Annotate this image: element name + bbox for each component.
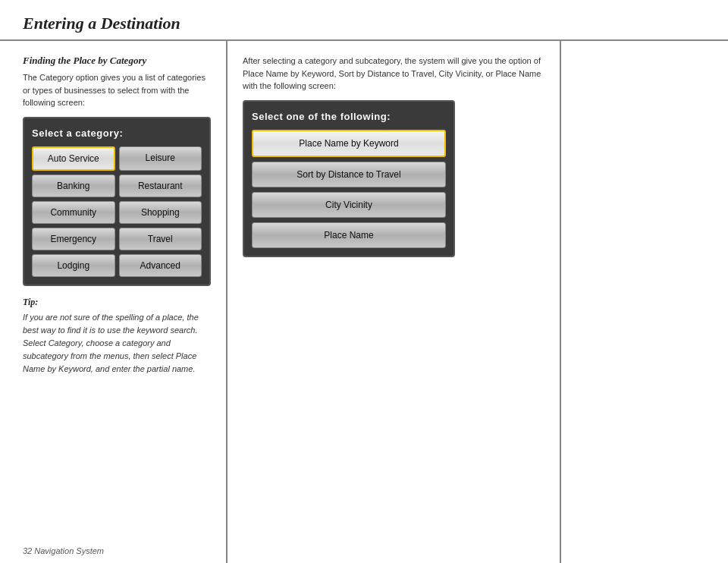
category-btn-travel[interactable]: Travel [119,228,202,250]
category-btn-emergency[interactable]: Emergency [32,228,115,250]
far-right-column [561,41,728,563]
left-column: Finding the Place by Category The Catego… [0,41,228,563]
tip-heading: Tip: [23,297,211,308]
category-btn-lodging[interactable]: Lodging [32,254,115,277]
option-place-name[interactable]: Place Name [252,222,446,248]
select-box-label: Select one of the following: [252,111,446,122]
tip-text: If you are not sure of the spelling of a… [23,311,211,376]
category-box-label: Select a category: [32,127,202,139]
category-grid: Auto Service Leisure Banking Restaurant … [32,146,202,277]
category-selector-box: Select a category: Auto Service Leisure … [23,117,211,286]
category-btn-banking[interactable]: Banking [32,175,115,197]
select-options-list: Place Name by Keyword Sort by Distance t… [252,130,446,248]
select-following-box: Select one of the following: Place Name … [243,100,455,257]
category-btn-leisure[interactable]: Leisure [119,146,202,171]
left-section-heading: Finding the Place by Category [23,55,211,67]
category-btn-community[interactable]: Community [32,201,115,224]
option-sort-by-distance[interactable]: Sort by Distance to Travel [252,162,446,187]
right-intro-text: After selecting a category and subcatego… [243,55,544,93]
page-footer: 32 Navigation System [23,546,104,555]
page-header: Entering a Destination [0,0,728,41]
category-btn-restaurant[interactable]: Restaurant [119,175,202,197]
left-body-text: The Category option gives you a list of … [23,71,211,109]
category-btn-shopping[interactable]: Shopping [119,201,202,224]
option-place-name-by-keyword[interactable]: Place Name by Keyword [252,130,446,157]
page-title: Entering a Destination [23,14,180,33]
option-city-vicinity[interactable]: City Vicinity [252,192,446,218]
right-column: After selecting a category and subcatego… [228,41,561,563]
main-content: Finding the Place by Category The Catego… [0,41,728,563]
category-btn-auto-service[interactable]: Auto Service [32,146,115,171]
category-btn-advanced[interactable]: Advanced [119,254,202,277]
page-container: Entering a Destination Finding the Place… [0,0,728,563]
